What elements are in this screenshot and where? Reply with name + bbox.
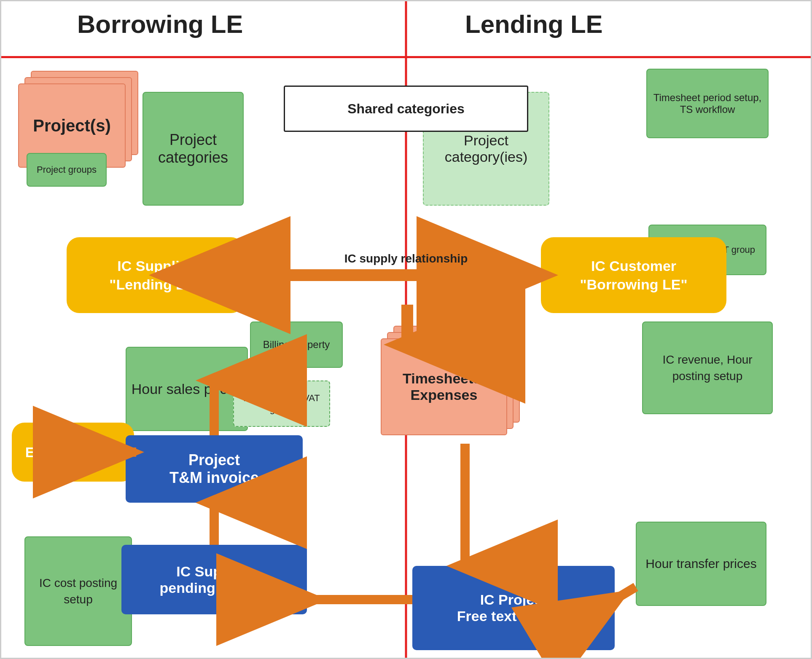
projects-stack: Project(s) Project groups <box>18 71 140 193</box>
end-customer-vat-box: End customer VAT group <box>233 380 330 427</box>
timesheets-label: Timesheets, Expenses <box>403 370 485 403</box>
timesheets-stack: Timesheets, Expenses <box>381 326 524 456</box>
ic-supplier-pending-box: IC Supplier pending invoice <box>121 545 307 614</box>
borrowing-le-title: Borrowing LE <box>77 10 243 39</box>
end-customer-box: End customer <box>12 423 134 482</box>
hour-sales-prices-box: Hour sales prices <box>126 347 248 431</box>
ic-cost-posting-box: IC cost posting setup <box>24 536 132 646</box>
project-tm-invoice-box: Project T&M invoice <box>126 435 303 503</box>
project-groups-box: Project groups <box>27 153 107 187</box>
lending-le-title: Lending LE <box>465 10 603 39</box>
timesheet-period-box: Timesheet period setup, TS workflow <box>646 69 769 138</box>
projects-label: Project(s) <box>33 116 111 135</box>
hour-transfer-prices-box: Hour transfer prices <box>636 522 766 606</box>
ic-project-free-text-box: IC Project Free text invoice <box>412 566 615 650</box>
billing-property-box: Billing property <box>250 321 343 368</box>
project-categories-box: Project categories <box>143 92 244 206</box>
diagram-container: Borrowing LE Lending LE Shared categorie… <box>0 0 812 659</box>
ic-customer-borrowing-box: IC Customer "Borrowing LE" <box>541 237 726 313</box>
shared-categories-box: Shared categories <box>284 86 528 132</box>
ic-revenue-box: IC revenue, Hour posting setup <box>642 321 773 414</box>
ic-supply-relationship-label: IC supply relationship <box>271 252 541 265</box>
ic-supplier-lending-box: IC Supplier "Lending LE" <box>67 237 244 313</box>
